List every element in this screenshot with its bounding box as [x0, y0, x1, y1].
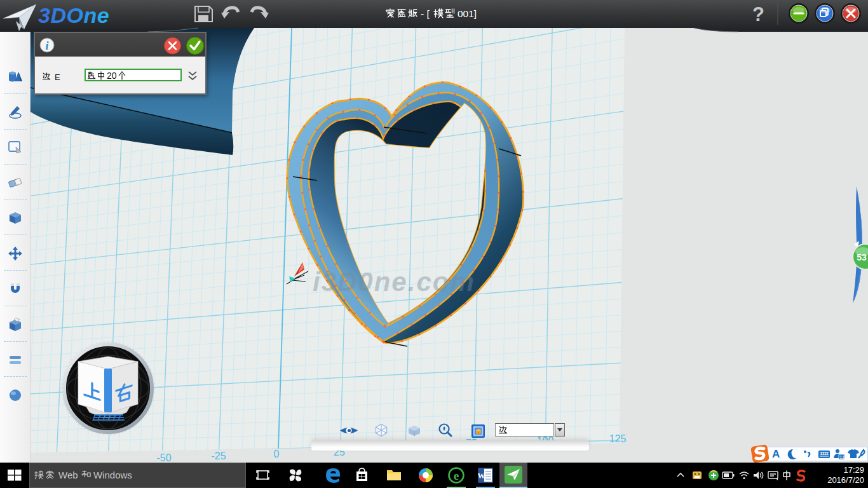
svg-text:Web: Web	[58, 470, 78, 480]
svg-text:3DOne: 3DOne	[38, 3, 109, 27]
svg-text:Windows: Windows	[93, 470, 132, 480]
svg-text:?: ?	[752, 3, 764, 25]
svg-text:i: i	[45, 39, 48, 52]
svg-text:W: W	[478, 471, 485, 480]
svg-text:- [: - [	[421, 8, 430, 19]
svg-text:E: E	[55, 72, 60, 82]
svg-text:20: 20	[107, 71, 117, 81]
svg-text:001]: 001]	[458, 8, 477, 19]
svg-text:53: 53	[857, 252, 867, 262]
svg-text:A: A	[772, 448, 780, 460]
svg-text:11: 11	[839, 454, 845, 460]
svg-text:e: e	[454, 469, 459, 482]
